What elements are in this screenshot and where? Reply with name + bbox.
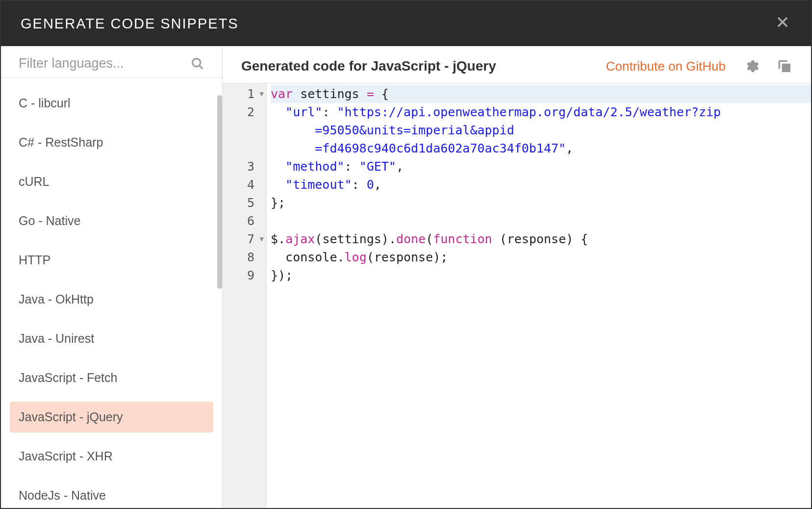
dialog-title: GENERATE CODE SNIPPETS [21, 16, 239, 32]
svg-rect-1 [782, 64, 790, 72]
language-item-java-okhttp[interactable]: Java - OkHttp [10, 284, 213, 315]
code-area[interactable]: var settings = { "url": "https://api.ope… [267, 83, 811, 508]
main-header: Generated code for JavaScript - jQuery C… [223, 46, 811, 83]
language-item-go-native[interactable]: Go - Native [10, 205, 213, 236]
line-number: 1 [228, 85, 255, 103]
code-line: }; [271, 194, 811, 212]
gutter: 1▼ 2 2 2 3 4 5 6 7▼ 8 9 [223, 83, 267, 508]
line-number: 9 [228, 266, 255, 284]
filter-input[interactable] [19, 56, 191, 71]
code-line: =95050&units=imperial&appid [271, 121, 811, 139]
language-item-nodejs-native[interactable]: NodeJs - Native [10, 480, 213, 508]
line-number: 3 [228, 157, 255, 176]
language-sidebar: C - libcurl C# - RestSharp cURL Go - Nat… [1, 46, 223, 508]
generated-code-heading: Generated code for JavaScript - jQuery [241, 58, 606, 74]
code-line [271, 212, 811, 230]
language-item-curl[interactable]: cURL [10, 166, 213, 197]
content-area: C - libcurl C# - RestSharp cURL Go - Nat… [1, 46, 811, 508]
code-line: "url": "https://api.openweathermap.org/d… [271, 103, 811, 121]
line-number: 7 [228, 230, 255, 248]
contribute-link[interactable]: Contribute on GitHub [606, 59, 726, 74]
language-item-javascript-jquery[interactable]: JavaScript - jQuery [10, 402, 213, 433]
close-button[interactable] [774, 13, 791, 34]
close-icon [774, 13, 791, 31]
code-line: "timeout": 0, [271, 176, 811, 194]
line-number: 4 [228, 176, 255, 194]
svg-point-0 [193, 58, 201, 66]
gear-icon[interactable] [743, 58, 759, 74]
search-icon [191, 57, 204, 71]
language-list: C - libcurl C# - RestSharp cURL Go - Nat… [1, 88, 222, 508]
language-item-c-libcurl[interactable]: C - libcurl [10, 88, 213, 119]
language-item-javascript-fetch[interactable]: JavaScript - Fetch [10, 362, 213, 393]
filter-box [1, 46, 222, 78]
line-number: 5 [228, 194, 255, 212]
code-line: console.log(response); [271, 248, 811, 266]
code-line: }); [271, 266, 811, 284]
code-editor[interactable]: 1▼ 2 2 2 3 4 5 6 7▼ 8 9 var settings = {… [223, 83, 811, 508]
code-line: =fd4698c940c6d1da602a70ac34f0b147", [271, 139, 811, 157]
code-line: "method": "GET", [271, 157, 811, 176]
language-item-javascript-xhr[interactable]: JavaScript - XHR [10, 441, 213, 472]
code-line: var settings = { [271, 85, 811, 103]
fold-arrow-icon[interactable]: ▼ [257, 85, 264, 103]
language-item-csharp-restsharp[interactable]: C# - RestSharp [10, 127, 213, 158]
line-number: 2 [228, 103, 255, 121]
sidebar-scrollbar[interactable] [217, 95, 222, 289]
fold-arrow-icon[interactable]: ▼ [257, 230, 264, 248]
main-panel: Generated code for JavaScript - jQuery C… [223, 46, 811, 508]
line-number: 6 [228, 212, 255, 230]
title-bar: GENERATE CODE SNIPPETS [1, 1, 811, 46]
language-item-java-unirest[interactable]: Java - Unirest [10, 323, 213, 354]
line-number: 8 [228, 248, 255, 266]
language-item-http[interactable]: HTTP [10, 245, 213, 276]
code-line: $.ajax(settings).done(function (response… [271, 230, 811, 248]
copy-icon[interactable] [777, 58, 792, 74]
